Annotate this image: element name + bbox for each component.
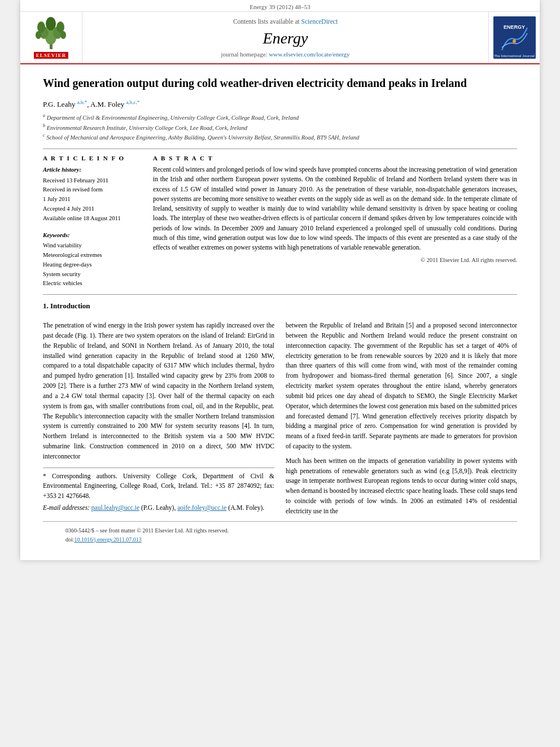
article-info-abstract: A R T I C L E I N F O Article history: R… bbox=[43, 155, 517, 289]
keyword-4: System security bbox=[43, 270, 142, 279]
contents-text: Contents lists available at bbox=[233, 18, 300, 25]
affil-1: a Department of Civil & Environmental En… bbox=[43, 112, 517, 122]
doi-link[interactable]: 10.1016/j.energy.2011.07.013 bbox=[75, 536, 142, 543]
corr-mark-2: * bbox=[137, 99, 140, 105]
keyword-2: Meteorological extremes bbox=[43, 251, 142, 260]
intro-section-title-block: 1. Introduction bbox=[43, 302, 517, 311]
body-two-col: The penetration of wind energy in the Ir… bbox=[43, 321, 517, 521]
footnote-email: E-mail addresses: paul.leahy@ucc.ie (P.G… bbox=[43, 503, 274, 513]
intro-number: 1. bbox=[43, 302, 50, 310]
journal-header: ELSEVIER Contents lists available at Sci… bbox=[20, 12, 540, 64]
svg-point-5 bbox=[56, 21, 64, 33]
abstract-column: A B S T R A C T Recent cold winters and … bbox=[153, 155, 517, 289]
history-title: Article history: bbox=[43, 165, 142, 175]
elsevier-wordmark: ELSEVIER bbox=[34, 52, 69, 59]
svg-point-11 bbox=[513, 40, 516, 43]
body-left-col: The penetration of wind energy in the Ir… bbox=[43, 321, 274, 521]
elsevier-tree-icon bbox=[33, 17, 69, 51]
abstract-text: Recent cold winters and prolonged period… bbox=[153, 165, 517, 252]
email-leahy[interactable]: paul.leahy@ucc.ie bbox=[91, 504, 139, 511]
footnotes: * Corresponding authors. University Coll… bbox=[43, 468, 274, 513]
keywords-block: Keywords: Wind variability Meteorologica… bbox=[43, 230, 142, 289]
svg-point-8 bbox=[60, 31, 66, 39]
header-divider bbox=[43, 148, 517, 149]
corr-mark-1: * bbox=[85, 99, 88, 105]
keyword-5: Electric vehicles bbox=[43, 279, 142, 289]
keywords-title: Keywords: bbox=[43, 230, 142, 241]
abstract-header: A B S T R A C T bbox=[153, 155, 517, 161]
svg-point-7 bbox=[36, 31, 41, 39]
article-content: Wind generation output during cold weath… bbox=[20, 64, 540, 560]
affil-3: c School of Mechanical and Aerospace Eng… bbox=[43, 132, 517, 142]
svg-point-4 bbox=[37, 21, 45, 33]
elsevier-logo: ELSEVIER bbox=[33, 17, 69, 59]
issn-info: 0360-5442/$ – see front matter © 2011 El… bbox=[65, 526, 495, 535]
affiliations: a Department of Civil & Environmental En… bbox=[43, 112, 517, 142]
copyright: © 2011 Elsevier Ltd. All rights reserved… bbox=[153, 257, 517, 263]
svg-text:ENERGY: ENERGY bbox=[503, 24, 524, 30]
svg-point-6 bbox=[46, 17, 56, 30]
authors-text: P.G. Leahy a,b,*, A.M. Foley a,b,c,* bbox=[43, 100, 139, 108]
sciencedirect-link[interactable]: ScienceDirect bbox=[301, 18, 338, 25]
journal-ref: Energy 39 (2012) 48–53 bbox=[250, 3, 310, 10]
page-wrapper: Energy 39 (2012) 48–53 bbox=[20, 0, 540, 560]
svg-rect-9 bbox=[493, 16, 536, 59]
revised-date: 1 July 2011 bbox=[43, 195, 142, 204]
contents-available: Contents lists available at ScienceDirec… bbox=[233, 18, 338, 25]
body-right-col: between the Republic of Ireland and Brit… bbox=[286, 321, 517, 521]
keyword-1: Wind variability bbox=[43, 241, 142, 251]
intro-title: Introduction bbox=[50, 302, 90, 310]
article-info-column: A R T I C L E I N F O Article history: R… bbox=[43, 155, 142, 289]
accepted-date: Accepted 4 July 2011 bbox=[43, 204, 142, 214]
revised-label: Received in revised form bbox=[43, 185, 142, 195]
keyword-3: Heating degree-days bbox=[43, 260, 142, 270]
journal-title: Energy bbox=[263, 29, 308, 47]
journal-homepage: journal homepage: www.elsevier.com/locat… bbox=[221, 51, 349, 58]
email-foley[interactable]: aoife.foley@ucc.ie bbox=[177, 504, 226, 511]
energy-logo: ENERGY The International Journal bbox=[493, 16, 536, 59]
paper-title: Wind generation output during cold weath… bbox=[43, 76, 517, 90]
article-info-block: Article history: Received 13 February 20… bbox=[43, 165, 142, 289]
affil-a: a,b, bbox=[77, 99, 85, 105]
available-date: Available online 18 August 2011 bbox=[43, 214, 142, 224]
intro-para-2: between the Republic of Ireland and Brit… bbox=[286, 321, 517, 452]
energy-logo-section: ENERGY The International Journal bbox=[489, 12, 540, 63]
authors: P.G. Leahy a,b,*, A.M. Foley a,b,c,* bbox=[43, 99, 517, 109]
homepage-label: journal homepage: bbox=[221, 51, 267, 58]
article-info-header: A R T I C L E I N F O bbox=[43, 155, 142, 161]
homepage-url[interactable]: www.elsevier.com/locate/energy bbox=[269, 51, 349, 58]
abstract-body-divider bbox=[43, 294, 517, 295]
affil-abc: a,b,c, bbox=[126, 99, 137, 105]
elsevier-logo-section: ELSEVIER bbox=[20, 12, 82, 63]
bottom-bar: 0360-5442/$ – see front matter © 2011 El… bbox=[43, 521, 517, 549]
affil-2: b Environmental Research Institute, Univ… bbox=[43, 123, 517, 132]
journal-center-section: Contents lists available at ScienceDirec… bbox=[82, 12, 489, 63]
top-bar: Energy 39 (2012) 48–53 bbox=[20, 0, 540, 12]
energy-logo-icon: ENERGY The International Journal bbox=[493, 16, 536, 59]
svg-text:The International Journal: The International Journal bbox=[494, 54, 535, 58]
footnote-corr: * Corresponding authors. University Coll… bbox=[43, 471, 274, 501]
intro-para-1: The penetration of wind energy in the Ir… bbox=[43, 321, 274, 461]
received-date: Received 13 February 2011 bbox=[43, 176, 142, 186]
doi-info: doi:10.1016/j.energy.2011.07.013 bbox=[65, 535, 495, 544]
intro-para-3: Much has been written on the impacts of … bbox=[286, 456, 517, 517]
